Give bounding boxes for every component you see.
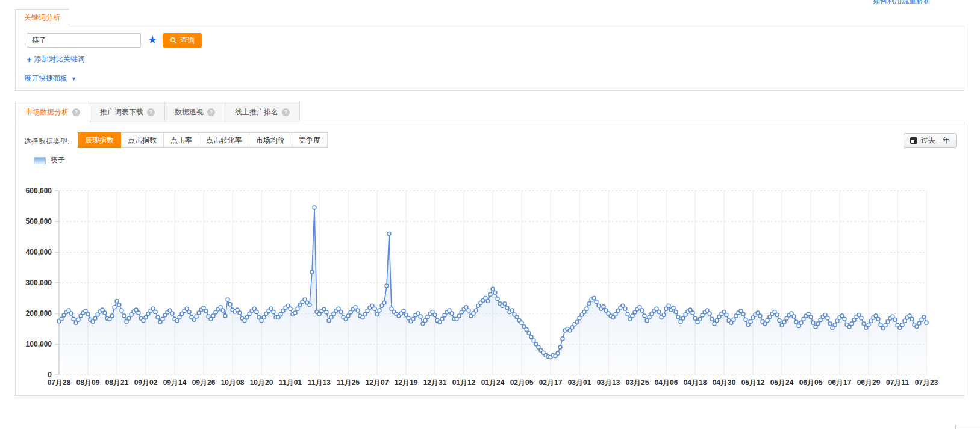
tab-online-promo-ranking[interactable]: 线上推广排名 ? [225, 102, 300, 122]
data-point-marker[interactable] [922, 315, 926, 319]
data-point-marker[interactable] [76, 318, 80, 321]
data-point-marker[interactable] [122, 314, 126, 318]
data-point-marker[interactable] [925, 321, 928, 324]
data-point-marker[interactable] [423, 319, 427, 323]
data-point-marker[interactable] [440, 317, 444, 321]
data-point-marker[interactable] [293, 311, 297, 315]
data-point-marker[interactable] [103, 311, 107, 315]
data-point-marker[interactable] [178, 316, 181, 319]
data-point-marker[interactable] [749, 319, 752, 323]
data-point-marker[interactable] [221, 309, 225, 312]
data-point-marker[interactable] [850, 322, 854, 326]
data-point-marker[interactable] [488, 292, 492, 296]
data-point-marker[interactable] [561, 337, 564, 341]
data-point-marker[interactable] [867, 323, 870, 326]
data-type-click-conversion[interactable]: 点击转化率 [199, 132, 249, 148]
data-point-marker[interactable] [493, 291, 497, 294]
data-point-marker[interactable] [226, 298, 229, 301]
data-point-marker[interactable] [778, 319, 781, 323]
data-point-marker[interactable] [876, 317, 880, 321]
data-point-marker[interactable] [491, 287, 495, 291]
data-point-marker[interactable] [674, 310, 678, 313]
data-point-marker[interactable] [457, 314, 461, 318]
tab-promo-wordlist-download[interactable]: 推广词表下载 ? [90, 102, 165, 122]
data-point-marker[interactable] [433, 313, 437, 317]
data-point-marker[interactable] [879, 323, 882, 326]
data-point-marker[interactable] [187, 310, 191, 313]
data-point-marker[interactable] [662, 313, 666, 317]
data-point-marker[interactable] [725, 313, 728, 317]
data-point-marker[interactable] [387, 232, 391, 235]
data-point-marker[interactable] [378, 309, 381, 312]
data-point-marker[interactable] [72, 317, 75, 321]
data-point-marker[interactable] [862, 322, 866, 326]
data-point-marker[interactable] [575, 320, 579, 324]
data-type-ctr[interactable]: 点击率 [163, 132, 199, 148]
data-point-marker[interactable] [693, 316, 697, 320]
data-point-marker[interactable] [510, 309, 514, 312]
data-point-marker[interactable] [279, 313, 282, 316]
data-point-marker[interactable] [828, 322, 832, 326]
data-point-marker[interactable] [467, 309, 470, 312]
data-point-marker[interactable] [156, 316, 160, 319]
data-point-marker[interactable] [238, 311, 242, 315]
data-type-market-avg-price[interactable]: 市场均价 [249, 132, 292, 148]
data-point-marker[interactable] [486, 300, 490, 303]
data-point-marker[interactable] [272, 310, 275, 313]
data-point-marker[interactable] [289, 307, 292, 310]
query-button[interactable]: 查询 [163, 33, 202, 48]
data-point-marker[interactable] [154, 310, 157, 313]
help-icon[interactable]: ? [207, 108, 215, 116]
data-point-marker[interactable] [375, 313, 379, 316]
data-point-marker[interactable] [657, 310, 661, 313]
data-point-marker[interactable] [255, 310, 258, 313]
data-point-marker[interactable] [592, 297, 596, 300]
data-point-marker[interactable] [558, 345, 562, 349]
data-point-marker[interactable] [195, 315, 198, 318]
data-point-marker[interactable] [117, 303, 121, 307]
data-point-marker[interactable] [496, 297, 499, 301]
data-point-marker[interactable] [170, 312, 174, 315]
data-point-marker[interactable] [626, 313, 629, 316]
data-point-marker[interactable] [595, 300, 598, 304]
data-point-marker[interactable] [450, 312, 454, 315]
data-point-marker[interactable] [648, 316, 651, 319]
data-point-marker[interactable] [356, 309, 360, 312]
data-point-marker[interactable] [732, 318, 735, 321]
trend-line-chart[interactable]: 07月2808月0908月2109月0209月1409月2610月0810月20… [18, 179, 964, 396]
data-type-competition[interactable]: 竞争度 [292, 132, 328, 148]
data-point-marker[interactable] [115, 300, 119, 303]
data-point-marker[interactable] [474, 309, 478, 312]
chart-legend[interactable]: 筷子 [34, 155, 65, 165]
data-point-marker[interactable] [833, 323, 837, 326]
data-point-marker[interactable] [223, 314, 227, 318]
data-point-marker[interactable] [900, 323, 904, 326]
data-point-marker[interactable] [585, 307, 588, 310]
help-icon[interactable]: ? [147, 108, 155, 116]
data-point-marker[interactable] [792, 315, 796, 318]
top-right-help-link[interactable]: 如何利用流量解析 [873, 0, 931, 6]
data-point-marker[interactable] [86, 312, 90, 316]
data-point-marker[interactable] [211, 314, 215, 318]
data-point-marker[interactable] [204, 309, 208, 313]
data-point-marker[interactable] [799, 321, 803, 324]
data-point-marker[interactable] [775, 313, 779, 317]
data-point-marker[interactable] [640, 309, 644, 312]
data-point-marker[interactable] [691, 311, 694, 315]
data-point-marker[interactable] [262, 316, 266, 319]
keyword-input[interactable] [27, 33, 141, 48]
data-point-marker[interactable] [525, 328, 528, 332]
data-point-marker[interactable] [161, 317, 164, 321]
tab-keyword-analysis[interactable]: 关键词分析 [15, 9, 69, 25]
data-point-marker[interactable] [766, 319, 769, 323]
data-point-marker[interactable] [325, 310, 328, 314]
data-point-marker[interactable] [587, 302, 591, 306]
data-point-marker[interactable] [578, 316, 581, 320]
data-point-marker[interactable] [69, 312, 73, 315]
data-point-marker[interactable] [715, 319, 719, 323]
data-point-marker[interactable] [710, 317, 714, 321]
data-point-marker[interactable] [708, 312, 711, 315]
data-point-marker[interactable] [917, 321, 921, 325]
data-point-marker[interactable] [60, 317, 63, 321]
data-point-marker[interactable] [643, 314, 646, 318]
